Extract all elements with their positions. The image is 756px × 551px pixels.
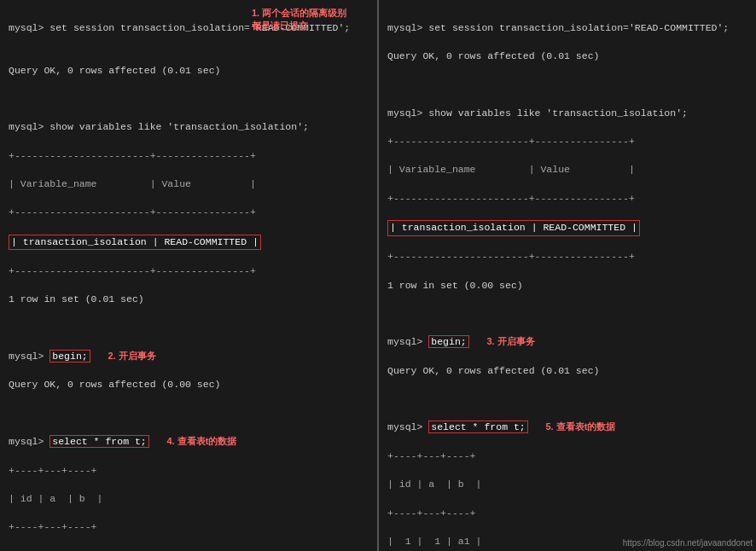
terminal-content: mysql> set session transaction_isolation…	[9, 7, 369, 551]
left-panel: mysql> set session transaction_isolation…	[0, 0, 377, 551]
highlighted-isolation-row-left: | transaction_isolation | READ-COMMITTED…	[9, 235, 261, 251]
terminal-content-right: mysql> set session transaction_isolation…	[387, 7, 747, 551]
highlighted-isolation-row-right: | transaction_isolation | READ-COMMITTED…	[387, 220, 640, 236]
watermark-label: https://blog.csdn.net/javaanddonet	[623, 538, 753, 548]
right-panel: mysql> set session transaction_isolation…	[379, 0, 756, 551]
select-cmd-right-1: select * from t;	[428, 420, 527, 433]
main-container: mysql> set session transaction_isolation…	[0, 0, 756, 551]
select-cmd-left: select * from t;	[49, 435, 148, 448]
set-cmd-right: mysql> set session transaction_isolation…	[387, 22, 729, 33]
begin-cmd-left: begin;	[49, 350, 90, 362]
begin-cmd-right: begin;	[428, 335, 468, 348]
